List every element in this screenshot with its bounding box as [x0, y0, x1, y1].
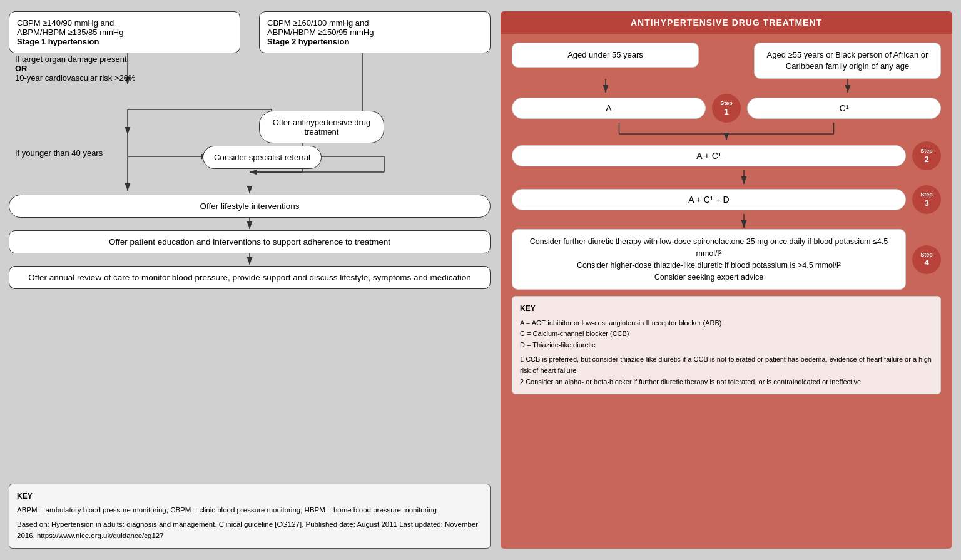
stage1-line3: Stage 1 hypertension	[17, 37, 99, 46]
right-key-d: D = Thiazide-like diuretic	[520, 340, 933, 351]
education-label: Offer patient education and intervention…	[109, 237, 390, 247]
age-col1: Aged under 55 years	[512, 43, 699, 79]
education-box: Offer patient education and intervention…	[9, 230, 491, 253]
right-key-c: C = Calcium-channel blocker (CCB)	[520, 328, 933, 340]
age-row: Aged under 55 years Aged ≥55 years or Bl…	[512, 43, 941, 79]
right-panel: ANTIHYPERTENSIVE DRUG TREATMENT Aged und…	[501, 11, 952, 549]
stage1-line1: CBPM ≥140/90 mmHg and	[17, 18, 114, 28]
age-box1: Aged under 55 years	[512, 43, 699, 68]
condition1-or: OR	[15, 64, 28, 73]
right-key-note2: 2 Consider an alpha- or beta-blocker if …	[520, 377, 933, 388]
lifestyle-label: Offer lifestyle interventions	[200, 201, 300, 211]
right-key-note1: 1 CCB is preferred, but consider thiazid…	[520, 354, 933, 376]
annual-review-box: Offer annual review of care to monitor b…	[9, 266, 491, 289]
step3-arrow	[547, 214, 941, 229]
step1-badge: Step 1	[712, 94, 741, 123]
step1-row: A Step 1 C¹	[512, 94, 941, 123]
stage1-box: CBPM ≥140/90 mmHg and ABPM/HBPM ≥135/85 …	[9, 11, 240, 53]
stage2-line3: Stage 2 hypertension	[267, 37, 349, 46]
stage1-line2: ABPM/HBPM ≥135/85 mmHg	[17, 28, 123, 37]
condition1-line3: 10-year cardiovascular risk >20%	[15, 73, 136, 83]
main-container: CBPM ≥140/90 mmHg and ABPM/HBPM ≥135/85 …	[0, 0, 961, 560]
age-col2: Aged ≥55 years or Black person of Africa…	[754, 43, 941, 79]
stage2-line2: ABPM/HBPM ≥150/95 mmHg	[267, 28, 374, 37]
step1-col1-box: A	[512, 98, 706, 119]
step2-row: A + C¹ Step 2	[512, 141, 941, 170]
branch-diagram: If target organ damage present OR 10-yea…	[9, 53, 491, 191]
antihyp-label: Offer antihypertensive drug treatment	[273, 118, 371, 136]
arrow3	[9, 253, 491, 266]
right-key-a: A = ACE inhibitor or low-cost angiotensi…	[520, 318, 933, 329]
condition1-line1: If target organ damage present	[15, 54, 127, 64]
step4-row: Consider further diuretic therapy with l…	[512, 229, 941, 290]
annual-label: Offer annual review of care to monitor b…	[28, 273, 470, 282]
step3-row: A + C¹ + D Step 3	[512, 185, 941, 214]
right-key-box: KEY A = ACE inhibitor or low-cost angiot…	[512, 296, 941, 394]
step4-box: Consider further diuretic therapy with l…	[512, 229, 906, 290]
lifestyle-box: Offer lifestyle interventions	[9, 195, 491, 218]
step2-badge: Step 2	[912, 141, 941, 170]
age-box2: Aged ≥55 years or Black person of Africa…	[754, 43, 941, 79]
step3-box: A + C¹ + D	[512, 189, 906, 210]
condition2-text: If younger than 40 years	[15, 148, 140, 158]
left-key-line2: Based on: Hypertension in adults: diagno…	[17, 519, 482, 542]
step2-arrow	[547, 170, 941, 185]
step1-col2-box: C¹	[747, 98, 941, 119]
step4-text: Consider further diuretic therapy with l…	[530, 237, 888, 281]
condition2: If younger than 40 years	[15, 148, 103, 158]
stage2-line1: CBPM ≥160/100 mmHg and	[267, 18, 369, 28]
right-key-title: KEY	[520, 303, 933, 315]
left-panel: CBPM ≥140/90 mmHg and ABPM/HBPM ≥135/85 …	[9, 11, 491, 549]
left-key-box: KEY ABPM = ambulatory blood pressure mon…	[9, 484, 491, 549]
arrow2	[9, 218, 491, 230]
antihyp-box: Offer antihypertensive drug treatment	[259, 111, 384, 143]
specialist-box: Consider specialist referral	[203, 146, 322, 169]
step3-badge: Step 3	[912, 185, 941, 214]
right-header: ANTIHYPERTENSIVE DRUG TREATMENT	[501, 11, 952, 34]
right-content: Aged under 55 years Aged ≥55 years or Bl…	[501, 34, 952, 549]
step4-badge: Step 4	[912, 245, 941, 274]
specialist-label: Consider specialist referral	[214, 153, 310, 162]
top-boxes: CBPM ≥140/90 mmHg and ABPM/HBPM ≥135/85 …	[9, 11, 491, 53]
step2-box: A + C¹	[512, 145, 906, 166]
stage2-box: CBPM ≥160/100 mmHg and ABPM/HBPM ≥150/95…	[259, 11, 491, 53]
left-key-title: KEY	[17, 491, 482, 502]
age-arrows	[512, 79, 941, 94]
left-key-line1: ABPM = ambulatory blood pressure monitor…	[17, 505, 482, 516]
condition1-text: If target organ damage present OR 10-yea…	[15, 54, 171, 83]
converge-arrows	[512, 123, 941, 141]
